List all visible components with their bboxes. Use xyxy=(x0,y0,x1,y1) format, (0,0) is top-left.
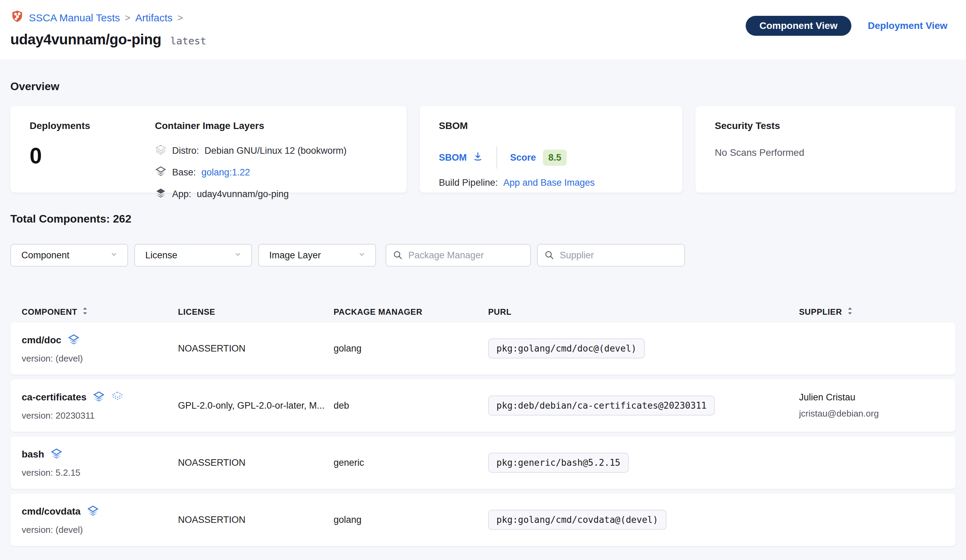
title-row: uday4vunnam/go-ping latest xyxy=(10,31,206,48)
supplier-search-input[interactable] xyxy=(537,244,685,267)
column-header-supplier[interactable]: SUPPLIER xyxy=(799,306,948,318)
base-image-link[interactable]: golang:1.22 xyxy=(201,167,250,178)
artifact-tag-badge: latest xyxy=(171,35,207,47)
image-layer-filter-label: Image Layer xyxy=(269,250,321,261)
breadcrumb-separator: > xyxy=(125,12,130,23)
breadcrumb-separator: > xyxy=(177,12,183,23)
distro-label: Distro: xyxy=(172,146,199,156)
sort-icon xyxy=(846,306,854,318)
component-version: version: (devel) xyxy=(22,525,178,535)
app-layer-icon xyxy=(155,187,167,201)
score-label[interactable]: Score xyxy=(510,152,536,163)
breadcrumb-link-project[interactable]: SSCA Manual Tests xyxy=(29,12,120,24)
supplier-cell xyxy=(799,346,948,351)
divider xyxy=(496,147,497,169)
package-manager-cell: generic xyxy=(334,457,488,468)
component-version: version: 5.2.15 xyxy=(22,467,178,478)
chevron-down-icon xyxy=(233,250,242,261)
search-icon xyxy=(544,250,555,262)
table-row[interactable]: bash version: 5.2.15 NOASSERTION generic… xyxy=(10,437,956,489)
security-tests-heading: Security Tests xyxy=(715,120,942,131)
deployments-count: 0 xyxy=(30,143,155,169)
overview-heading: Overview xyxy=(10,80,956,93)
component-version: version: 20230311 xyxy=(22,410,178,421)
package-manager-cell: golang xyxy=(334,514,488,525)
license-cell: NOASSERTION xyxy=(178,514,334,525)
supplier-name: Julien Cristau xyxy=(799,392,948,403)
app-layer-row: App: uday4vunnam/go-ping xyxy=(155,187,347,201)
app-value: uday4vunnam/go-ping xyxy=(197,189,289,200)
sbom-score[interactable]: Score 8.5 xyxy=(510,150,567,166)
page-title: uday4vunnam/go-ping xyxy=(10,31,161,48)
supplier-cell xyxy=(799,460,948,465)
distro-layer-row: Distro: Debian GNU/Linux 12 (bookworm) xyxy=(155,144,347,158)
component-view-button[interactable]: Component View xyxy=(746,16,851,36)
table-row[interactable]: cmd/doc version: (devel) NOASSERTION gol… xyxy=(10,322,956,375)
license-filter-dropdown[interactable]: License xyxy=(134,244,252,267)
purl-pill[interactable]: pkg:golang/cmd/covdata@(devel) xyxy=(488,510,667,530)
distro-layer-icon xyxy=(111,390,123,404)
breadcrumb-link-artifacts[interactable]: Artifacts xyxy=(135,12,172,24)
supplier-email: jcristau@debian.org xyxy=(799,408,948,419)
package-manager-cell: deb xyxy=(334,400,488,411)
container-image-layers-block: Container Image Layers Distro: Debian GN… xyxy=(155,120,347,193)
ssca-shield-icon xyxy=(10,10,24,26)
base-layer-row: Base: golang:1.22 xyxy=(155,165,347,180)
sort-icon xyxy=(81,306,89,318)
purl-pill[interactable]: pkg:generic/bash@5.2.15 xyxy=(488,453,629,473)
security-tests-status: No Scans Performed xyxy=(715,147,942,158)
deployments-block: Deployments 0 xyxy=(30,120,155,193)
container-image-layers-heading: Container Image Layers xyxy=(155,120,347,131)
table-row[interactable]: cmd/covdata version: (devel) NOASSERTION… xyxy=(10,494,956,546)
deployment-view-link[interactable]: Deployment View xyxy=(868,20,948,31)
chevron-down-icon xyxy=(357,250,366,261)
sbom-download-label[interactable]: SBOM xyxy=(439,152,467,163)
license-cell: GPL-2.0-only, GPL-2.0-or-later, M... xyxy=(178,400,334,411)
purl-pill[interactable]: pkg:golang/cmd/doc@(devel) xyxy=(488,339,645,359)
view-toggle: Component View Deployment View xyxy=(746,16,948,36)
component-name: ca-certificates xyxy=(22,392,86,403)
app-label: App: xyxy=(172,189,191,200)
purl-pill[interactable]: pkg:deb/debian/ca-certificates@20230311 xyxy=(488,396,715,416)
main-content: Overview Deployments 0 Container Image L… xyxy=(0,80,966,546)
build-pipeline-link[interactable]: App and Base Images xyxy=(503,177,595,188)
supplier-cell: Julien Cristau jcristau@debian.org xyxy=(799,392,948,419)
component-name: cmd/covdata xyxy=(22,506,80,517)
base-layer-icon xyxy=(87,504,99,518)
package-manager-search xyxy=(386,244,531,267)
base-layer-icon xyxy=(50,447,62,461)
component-version: version: (devel) xyxy=(22,353,178,364)
sbom-card: SBOM SBOM Score 8.5 Build Pipelin xyxy=(420,106,683,193)
components-table-header: COMPONENT LICENSE PACKAGE MANAGER PURL S… xyxy=(10,306,956,318)
supplier-column-label: SUPPLIER xyxy=(799,307,842,317)
chevron-down-icon xyxy=(110,250,118,261)
distro-value: Debian GNU/Linux 12 (bookworm) xyxy=(204,146,347,156)
image-layer-filter-dropdown[interactable]: Image Layer xyxy=(258,244,376,267)
download-icon[interactable] xyxy=(472,151,483,164)
component-filter-label: Component xyxy=(21,250,69,261)
sbom-download-link[interactable]: SBOM xyxy=(439,151,483,164)
base-label: Base: xyxy=(172,167,196,178)
column-header-package-manager: PACKAGE MANAGER xyxy=(334,307,488,317)
table-row[interactable]: ca-certificates version: 20230311 GPL-2.… xyxy=(10,380,956,432)
base-layer-icon xyxy=(155,165,167,180)
column-header-license: LICENSE xyxy=(178,307,334,317)
total-components-heading: Total Components: 262 xyxy=(10,213,956,225)
supplier-cell xyxy=(799,517,948,522)
license-cell: NOASSERTION xyxy=(178,457,334,468)
package-manager-search-input[interactable] xyxy=(386,244,531,267)
component-filter-dropdown[interactable]: Component xyxy=(10,244,128,267)
sbom-heading: SBOM xyxy=(439,120,669,131)
security-tests-card: Security Tests No Scans Performed xyxy=(695,106,956,193)
column-header-purl: PURL xyxy=(488,307,799,317)
component-column-label: COMPONENT xyxy=(22,307,77,317)
license-filter-label: License xyxy=(145,250,177,261)
filters-row: Component License Image Layer xyxy=(10,244,956,267)
base-layer-icon xyxy=(93,390,105,404)
column-header-component[interactable]: COMPONENT xyxy=(22,306,178,318)
topbar: SSCA Manual Tests > Artifacts > uday4vun… xyxy=(0,0,966,59)
component-name: bash xyxy=(22,449,44,460)
deployments-label: Deployments xyxy=(30,120,155,131)
breadcrumb: SSCA Manual Tests > Artifacts > xyxy=(10,10,206,26)
header-left: SSCA Manual Tests > Artifacts > uday4vun… xyxy=(10,10,206,48)
